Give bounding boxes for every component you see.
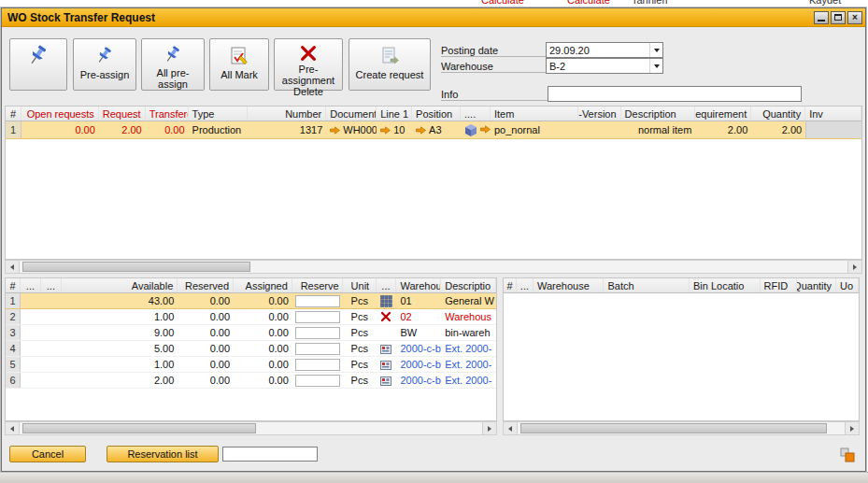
cell-available: 1.00 — [62, 309, 178, 324]
stock-row[interactable]: 1 43.00 0.00 0.00 Pcs 01 General W — [6, 293, 496, 309]
cell-position[interactable]: A3 — [412, 121, 461, 138]
window-bottom-edge — [0, 472, 868, 483]
bin-location-icon — [377, 357, 397, 372]
footer-input[interactable] — [222, 447, 318, 462]
cell-item-link[interactable] — [461, 121, 491, 138]
col-header-inventory: Inv — [805, 107, 861, 121]
col-header-assigned: Assigned — [234, 278, 292, 292]
create-form-icon — [378, 44, 401, 68]
cell-assigned: 0.00 — [234, 309, 292, 324]
cell-available: 9.00 — [62, 325, 178, 340]
triangle-right-icon — [488, 426, 491, 432]
cell-unit: Pcs — [343, 325, 377, 340]
create-request-button[interactable]: Create request — [349, 38, 431, 91]
minimize-icon — [818, 20, 825, 21]
chevron-down-icon — [654, 49, 660, 52]
cell-requirement: 2.00 — [695, 121, 751, 138]
all-pre-assign-button[interactable]: All pre-assign — [141, 38, 205, 91]
cell-warehouse[interactable]: 2000-c-b — [396, 341, 441, 356]
cell-request: 2.00 — [99, 121, 146, 138]
scrollbar-thumb[interactable] — [22, 423, 256, 433]
close-icon: × — [852, 13, 858, 22]
cell-description: Ext. 2000- — [441, 341, 496, 356]
cell-row-number: 6 — [6, 373, 21, 388]
cell-i-version — [578, 121, 621, 138]
chevron-down-icon — [654, 64, 660, 68]
info-input[interactable] — [548, 86, 802, 102]
reservation-list-button[interactable]: Reservation list — [107, 446, 219, 462]
cell-row-number: 4 — [6, 341, 21, 356]
scroll-right-button[interactable] — [847, 261, 861, 273]
all-mark-button[interactable]: All Mark — [209, 38, 269, 91]
cell-available: 1.00 — [62, 357, 178, 372]
col-header-reserve: Reserve — [292, 278, 343, 292]
cell-quantity: 2.00 — [751, 121, 805, 138]
pushpin-icon — [163, 44, 183, 66]
cell-reserved: 0.00 — [178, 325, 234, 340]
stock-row[interactable]: 5 1.00 0.00 0.00 Pcs 2000-c-b Ext. 2000- — [6, 357, 496, 373]
form-settings-icon[interactable] — [840, 447, 855, 464]
pre-assignment-delete-button[interactable]: Pre-assignment Delete — [274, 38, 343, 91]
posting-date-select[interactable]: 29.09.20 — [546, 42, 663, 58]
close-button[interactable]: × — [847, 11, 862, 24]
col-header-type: Type — [189, 107, 249, 121]
background-text-fragment: Kaydet — [809, 0, 841, 6]
scroll-left-button[interactable] — [504, 422, 518, 434]
cell-line1[interactable]: 10 — [377, 121, 412, 138]
cell-available: 43.00 — [62, 293, 178, 308]
scrollbar-thumb[interactable] — [520, 423, 827, 433]
title-bar[interactable]: WO Stock Transfer Request × — [2, 8, 865, 27]
pre-assign-button[interactable]: Pre-assign — [73, 38, 136, 91]
cell-reserved: 0.00 — [178, 293, 234, 308]
minimize-button[interactable] — [814, 11, 829, 24]
scrollbar-thumb[interactable] — [22, 262, 250, 272]
dropdown-button[interactable] — [649, 43, 662, 57]
link-arrow-icon[interactable] — [330, 126, 340, 135]
cancel-button[interactable]: Cancel — [9, 446, 86, 462]
col-header-uom: Uo — [836, 278, 859, 292]
cell-row-number: 1 — [6, 121, 21, 138]
pin-button[interactable] — [9, 38, 67, 91]
link-arrow-icon[interactable] — [480, 124, 491, 135]
reserve-quantity-input[interactable] — [295, 311, 340, 323]
link-arrow-icon[interactable] — [380, 126, 391, 135]
button-label: Pre-assign — [80, 69, 130, 80]
link-arrow-icon[interactable] — [416, 126, 426, 135]
col-header-document: Document — [326, 107, 377, 121]
stock-row[interactable]: 4 5.00 0.00 0.00 Pcs 2000-c-b Ext. 2000- — [6, 341, 496, 357]
col-header-open-requests: Open requests — [21, 107, 99, 121]
scroll-right-button[interactable] — [482, 422, 496, 434]
warehouse-value: B-2 — [547, 59, 649, 73]
scroll-right-button[interactable] — [845, 422, 859, 434]
cell-warehouse[interactable]: 2000-c-b — [396, 373, 441, 388]
reserve-quantity-input[interactable] — [295, 359, 340, 371]
triangle-right-icon — [850, 426, 854, 432]
cell-document[interactable]: WH000 — [326, 121, 377, 138]
cell-warehouse[interactable]: 2000-c-b — [396, 357, 441, 372]
button-label: Create request — [356, 69, 424, 80]
batch-grid-hscrollbar — [503, 421, 860, 435]
scroll-left-button[interactable] — [6, 261, 20, 273]
stock-row[interactable]: 6 2.00 0.00 0.00 Pcs 2000-c-b Ext. 2000- — [6, 373, 496, 389]
requests-grid-hscrollbar — [5, 260, 862, 274]
col-header-unit: Unit — [343, 278, 377, 292]
col-header-line1: Line 1 — [377, 107, 412, 121]
table-row[interactable]: 1 0.00 2.00 0.00 Production 1317 WH000 1… — [6, 121, 861, 139]
stock-row[interactable]: 2 1.00 0.00 0.00 Pcs 02 Warehous — [6, 309, 496, 325]
maximize-button[interactable] — [831, 11, 846, 24]
triangle-left-icon — [10, 264, 14, 270]
scroll-left-button[interactable] — [6, 422, 20, 434]
reserve-quantity-input[interactable] — [295, 343, 340, 355]
dropdown-button[interactable] — [649, 59, 662, 73]
cell-unit: Pcs — [343, 341, 377, 356]
cell-row-number: 5 — [6, 357, 21, 372]
reserve-quantity-input[interactable] — [295, 295, 340, 307]
batch-grid: # ... Warehouse Batch Bin Locatio RFID Q… — [503, 277, 860, 421]
cell-description: General W — [441, 293, 496, 308]
warehouse-select[interactable]: B-2 — [546, 58, 663, 74]
reserve-quantity-input[interactable] — [295, 327, 340, 339]
stock-row[interactable]: 3 9.00 0.00 0.00 Pcs BW bin-wareh — [6, 325, 496, 341]
reserve-quantity-input[interactable] — [295, 375, 340, 387]
info-label: Info — [441, 89, 458, 100]
button-label: All pre-assign — [142, 67, 204, 90]
